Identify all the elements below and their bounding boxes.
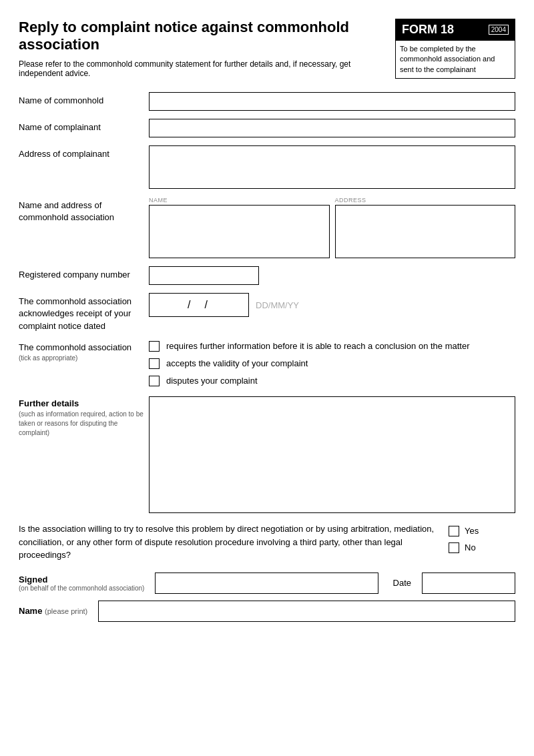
name-address-association-label: Name and address of commonhold associati… xyxy=(19,197,149,224)
address-of-complainant-label: Address of complainant xyxy=(19,145,149,160)
name-address-association-row: Name and address of commonhold associati… xyxy=(19,197,515,258)
checkbox-3-text: disputes your complaint xyxy=(166,375,515,387)
date-sep2: / xyxy=(204,299,210,311)
name-of-complainant-label: Name of complainant xyxy=(19,119,149,133)
address-field-label: ADDRESS xyxy=(335,197,516,204)
name-address-group: NAME ADDRESS xyxy=(149,197,515,258)
checkbox-options: requires further information before it i… xyxy=(149,340,515,388)
resolution-no-checkbox[interactable] xyxy=(449,542,459,553)
date-acknowledged-label: The commonhold association acknowledges … xyxy=(19,293,149,332)
header-left: Reply to complaint notice against common… xyxy=(19,19,395,78)
further-details-input[interactable] xyxy=(149,396,515,513)
checkbox-item-3: disputes your complaint xyxy=(149,375,515,387)
name-of-commonhold-row: Name of commonhold xyxy=(19,92,515,111)
name-print-label: Name (please print) xyxy=(19,606,87,616)
further-details-label: Further details (such as information req… xyxy=(19,396,149,438)
subtitle-text: Please refer to the commonhold community… xyxy=(19,59,382,78)
signed-row: Signed (on behalf of the commonhold asso… xyxy=(19,573,515,594)
checkbox-2[interactable] xyxy=(149,358,160,369)
resolution-yes-checkbox[interactable] xyxy=(449,526,459,536)
signed-label: Signed (on behalf of the commonhold asso… xyxy=(19,575,144,592)
registered-company-input[interactable] xyxy=(149,266,259,285)
association-name-box: NAME xyxy=(149,197,330,258)
date-field-wrap: / / DD/MM/YY xyxy=(149,293,299,317)
form-note: To be completed by the commonhold associ… xyxy=(395,41,515,79)
name-of-complainant-input[interactable] xyxy=(149,119,515,137)
form-badge-container: FORM 18 2004 To be completed by the comm… xyxy=(395,19,515,79)
name-of-commonhold-label: Name of commonhold xyxy=(19,92,149,107)
association-address-input[interactable] xyxy=(335,205,516,258)
checkbox-item-1: requires further information before it i… xyxy=(149,340,515,352)
name-of-commonhold-input[interactable] xyxy=(149,92,515,111)
address-of-complainant-row: Address of complainant xyxy=(19,145,515,189)
name-field-label: NAME xyxy=(149,197,330,204)
name-print-input[interactable] xyxy=(98,601,515,622)
checkbox-1-text: requires further information before it i… xyxy=(166,340,515,352)
date-signed-input[interactable] xyxy=(422,573,515,594)
association-name-input[interactable] xyxy=(149,205,330,258)
resolution-options: Yes No xyxy=(449,522,515,553)
signed-input[interactable] xyxy=(155,573,378,594)
resolution-yes-item: Yes xyxy=(449,525,515,536)
checkbox-section: The commonhold association (tick as appr… xyxy=(19,340,515,388)
form-year: 2004 xyxy=(489,25,509,35)
date-acknowledged-row: The commonhold association acknowledges … xyxy=(19,293,515,332)
page-title: Reply to complaint notice against common… xyxy=(19,19,382,54)
resolution-yes-label: Yes xyxy=(465,526,479,536)
name-of-complainant-row: Name of complainant xyxy=(19,119,515,137)
resolution-section: Is the association willing to try to res… xyxy=(19,522,515,562)
registered-company-row: Registered company number xyxy=(19,266,515,285)
checkbox-2-text: accepts the validity of your complaint xyxy=(166,358,515,370)
registered-company-label: Registered company number xyxy=(19,266,149,281)
date-box: / / xyxy=(149,293,249,317)
form-name: FORM 18 xyxy=(402,23,454,37)
date-placeholder: DD/MM/YY xyxy=(256,300,299,310)
further-details-row: Further details (such as information req… xyxy=(19,396,515,513)
resolution-question: Is the association willing to try to res… xyxy=(19,522,435,562)
form-badge: FORM 18 2004 xyxy=(395,19,515,41)
checkbox-section-label: The commonhold association (tick as appr… xyxy=(19,340,149,363)
address-of-complainant-input[interactable] xyxy=(149,145,515,189)
page: Reply to complaint notice against common… xyxy=(0,0,534,756)
resolution-no-item: No xyxy=(449,542,515,553)
name-print-row: Name (please print) xyxy=(19,601,515,622)
date-sep1: / xyxy=(188,299,193,311)
header: Reply to complaint notice against common… xyxy=(19,19,515,79)
checkbox-item-2: accepts the validity of your complaint xyxy=(149,358,515,370)
date-label: Date xyxy=(393,578,411,588)
association-address-box: ADDRESS xyxy=(335,197,516,258)
checkbox-3[interactable] xyxy=(149,376,160,386)
checkbox-1[interactable] xyxy=(149,341,160,352)
resolution-no-label: No xyxy=(465,542,476,552)
